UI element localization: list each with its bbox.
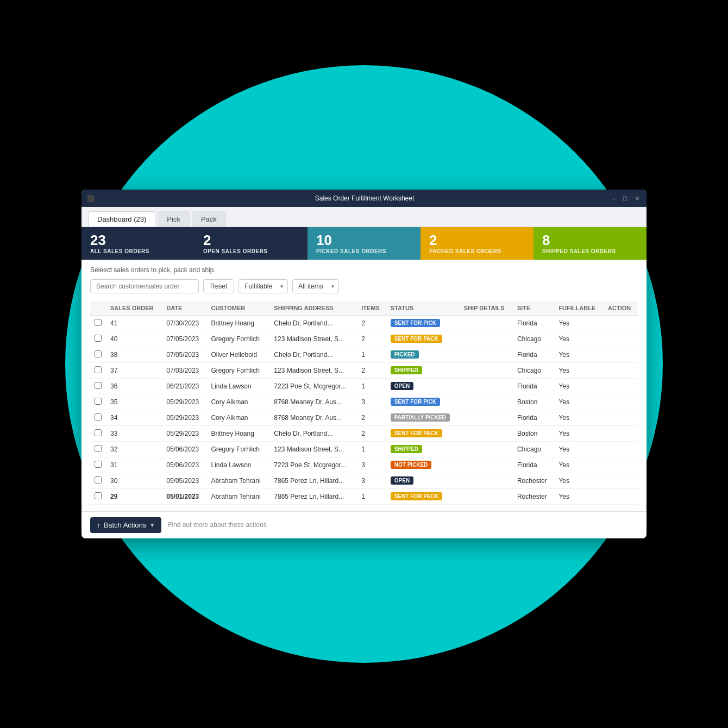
stat-open: 2 OPEN SALES ORDERS [194,227,307,260]
row-checkbox[interactable] [90,378,106,394]
row-date: 05/01/2023 [162,488,206,504]
row-checkbox[interactable] [90,362,106,378]
row-action [604,488,638,504]
stat-picked: 10 PICKED SALES ORDERS [307,227,421,260]
stat-all: 23 ALL SALES ORDERS [81,227,194,260]
row-sales-order: 41 [106,315,162,331]
table-row: 40 07/05/2023 Gregory Forhlich 123 Madis… [90,331,638,347]
row-action [604,473,638,488]
minimize-button[interactable]: – [610,194,617,202]
row-status: SENT FOR PACK [386,488,460,504]
row-site: Florida [513,457,554,473]
row-date: 07/30/2023 [162,315,206,331]
row-ship-details [460,315,513,331]
fulfillable-dropdown[interactable]: Fulfillable [239,279,288,293]
close-button[interactable]: ✕ [633,194,641,202]
row-ship-details [460,473,513,488]
row-fulfillable: Yes [554,425,604,441]
stat-open-label: OPEN SALES ORDERS [203,248,299,254]
row-site: Boston [513,425,554,441]
table-row: 38 07/05/2023 Oliver Helleboid Chelo Dr,… [90,347,638,362]
row-action [604,457,638,473]
row-checkbox[interactable] [90,425,106,441]
row-checkbox[interactable] [90,488,106,504]
row-action [604,347,638,362]
table-row: 31 05/06/2023 Linda Lawson 7223 Poe St, … [90,457,638,473]
row-fulfillable: Yes [554,410,604,425]
background-circle: ⬛ Sales Order Fulfillment Worksheet – ☐ … [65,65,663,663]
header-fulfillable: FUFILLABLE [554,301,604,316]
stat-picked-number: 10 [316,233,412,248]
tab-pick[interactable]: Pick [158,211,190,227]
row-date: 07/05/2023 [162,331,206,347]
table-row: 35 05/29/2023 Cory Aikman 8768 Meaney Dr… [90,394,638,410]
row-fulfillable: Yes [554,441,604,457]
table-row: 36 06/21/2023 Linda Lawson 7223 Poe St, … [90,378,638,394]
row-action [604,315,638,331]
row-status: SENT FOR PICK [386,315,460,331]
row-address: 7865 Perez Ln, Hillard... [269,473,357,488]
stat-shipped-label: SHIPPED SALES ORDERS [542,248,638,254]
table-row: 30 05/05/2023 Abraham Tehrani 7865 Perez… [90,473,638,488]
row-checkbox[interactable] [90,441,106,457]
row-customer: Linda Lawson [206,457,269,473]
row-customer: Oliver Helleboid [206,347,269,362]
row-checkbox[interactable] [90,331,106,347]
app-window: ⬛ Sales Order Fulfillment Worksheet – ☐ … [81,190,647,538]
row-checkbox[interactable] [90,473,106,488]
reset-button[interactable]: Reset [203,279,234,293]
row-customer: Gregory Forhlich [206,362,269,378]
row-date: 05/29/2023 [162,425,206,441]
row-date: 07/03/2023 [162,362,206,378]
maximize-button[interactable]: ☐ [622,194,629,202]
row-action [604,425,638,441]
stat-packed-number: 2 [429,233,525,248]
row-ship-details [460,394,513,410]
search-input[interactable] [90,279,199,293]
row-date: 06/21/2023 [162,378,206,394]
row-checkbox[interactable] [90,457,106,473]
row-customer: Brittney Hoang [206,425,269,441]
tab-dashboard[interactable]: Dashboard (23) [88,211,155,227]
row-checkbox[interactable] [90,394,106,410]
bottom-bar: ↑ Batch Actions ▼ Find out more about th… [81,511,647,538]
row-ship-details [460,441,513,457]
tab-bar: Dashboard (23) Pick Pack [81,207,647,227]
row-checkbox[interactable] [90,315,106,331]
status-badge: OPEN [391,476,413,485]
batch-actions-button[interactable]: ↑ Batch Actions ▼ [90,517,161,533]
row-ship-details [460,331,513,347]
row-site: Florida [513,315,554,331]
row-sales-order: 37 [106,362,162,378]
row-status: SENT FOR PACK [386,331,460,347]
row-items: 2 [357,425,386,441]
filter-row: Reset Fulfillable All items [90,279,638,293]
row-customer: Abraham Tehrani [206,488,269,504]
row-date: 05/06/2023 [162,457,206,473]
row-items: 2 [357,315,386,331]
header-date: DATE [162,301,206,316]
row-checkbox[interactable] [90,347,106,362]
row-items: 2 [357,410,386,425]
row-site: Rochester [513,473,554,488]
instruction-text: Seleect sales orders to pick, pack and s… [90,266,638,274]
header-customer: CUSTOMER [206,301,269,316]
row-sales-order: 30 [106,473,162,488]
row-customer: Linda Lawson [206,378,269,394]
items-dropdown-wrapper: All items [292,279,339,293]
batch-actions-label: Batch Actions [104,521,147,529]
row-customer: Brittney Hoang [206,315,269,331]
row-date: 05/29/2023 [162,410,206,425]
header-ship-details: SHIP DETAILS [460,301,513,316]
status-badge: SHIPPED [391,445,422,453]
row-sales-order: 31 [106,457,162,473]
status-badge: SHIPPED [391,366,422,374]
tab-pack[interactable]: Pack [192,211,226,227]
row-address: 123 Madison Street, S... [269,331,357,347]
row-fulfillable: Yes [554,378,604,394]
stat-all-label: ALL SALES ORDERS [90,248,186,254]
items-dropdown[interactable]: All items [292,279,339,293]
row-action [604,394,638,410]
row-checkbox[interactable] [90,410,106,425]
row-address: 123 Madison Street, S... [269,441,357,457]
